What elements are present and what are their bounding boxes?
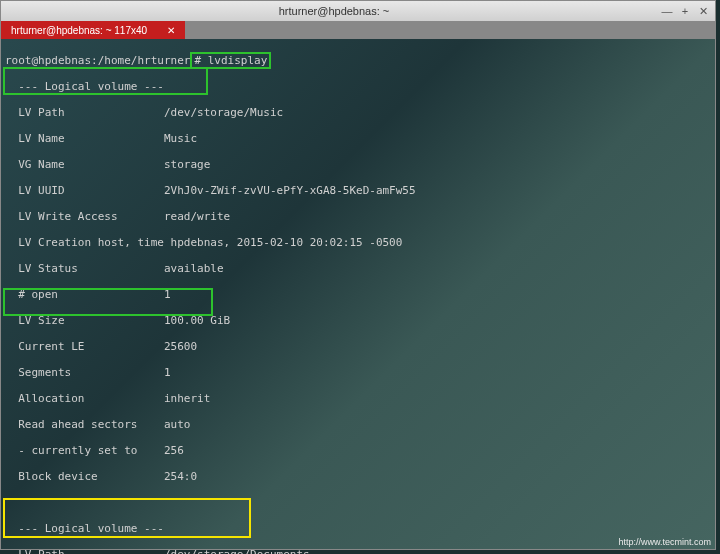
lv-ch-value: hpdebnas, 2015-02-10 20:02:15 -0500: [171, 236, 403, 249]
lv-uuid-value: 2VhJ0v-ZWif-zvVU-ePfY-xGA8-5KeD-amFw55: [164, 184, 416, 197]
lv-bd-value: 254:0: [164, 470, 197, 483]
minimize-button[interactable]: —: [661, 5, 673, 17]
lv-path-value: /dev/storage/Documents: [164, 548, 310, 554]
lv-status-value: available: [164, 262, 224, 275]
close-button[interactable]: ✕: [697, 5, 709, 17]
lv-ra-value: auto: [164, 418, 191, 431]
lv-cs-value: 256: [164, 444, 184, 457]
lv-header: --- Logical volume ---: [5, 522, 711, 535]
lv-open-label: # open: [5, 288, 164, 301]
lv-open-value: 1: [164, 288, 171, 301]
tab-bar: hrturner@hpdebnas: ~ 117x40 ✕: [1, 21, 715, 39]
terminal-window: hrturner@hpdebnas: ~ — + ✕ hrturner@hpde…: [0, 0, 716, 550]
lv-path-label: LV Path: [5, 106, 164, 119]
lv-ra-label: Read ahead sectors: [5, 418, 164, 431]
lv-bd-label: Block device: [5, 470, 164, 483]
vg-name-label: VG Name: [5, 158, 164, 171]
tab-label: hrturner@hpdebnas: ~ 117x40: [11, 25, 147, 36]
lv-wa-value: read/write: [164, 210, 230, 223]
lv-le-value: 25600: [164, 340, 197, 353]
vg-name-value: storage: [164, 158, 210, 171]
lv-wa-label: LV Write Access: [5, 210, 164, 223]
terminal-tab[interactable]: hrturner@hpdebnas: ~ 117x40 ✕: [1, 21, 185, 39]
window-titlebar: hrturner@hpdebnas: ~ — + ✕: [1, 1, 715, 21]
lv-name-value: Music: [164, 132, 197, 145]
terminal-content[interactable]: root@hpdebnas:/home/hrturner# lvdisplay …: [1, 39, 715, 554]
lv-size-value: 100.00 GiB: [164, 314, 230, 327]
lv-cs-label: - currently set to: [5, 444, 164, 457]
lv-path-label: LV Path: [5, 548, 164, 554]
lv-status-label: LV Status: [5, 262, 164, 275]
lv-alloc-value: inherit: [164, 392, 210, 405]
lv-name-label: LV Name: [5, 132, 164, 145]
lv-ch-label: LV Creation host, time: [5, 236, 171, 249]
tab-close-icon[interactable]: ✕: [167, 25, 175, 36]
window-title: hrturner@hpdebnas: ~: [7, 5, 661, 17]
lv-le-label: Current LE: [5, 340, 164, 353]
lv-seg-label: Segments: [5, 366, 164, 379]
watermark-text: http://www.tecmint.com: [618, 537, 711, 547]
prompt-userhost: root@hpdebnas:/home/hrturner: [5, 54, 190, 67]
lv-uuid-label: LV UUID: [5, 184, 164, 197]
cmd-lvdisplay: lvdisplay: [201, 54, 267, 67]
lv-path-value: /dev/storage/Music: [164, 106, 283, 119]
lv-alloc-label: Allocation: [5, 392, 164, 405]
lv-header: --- Logical volume ---: [5, 80, 711, 93]
maximize-button[interactable]: +: [679, 5, 691, 17]
lv-seg-value: 1: [164, 366, 171, 379]
lv-size-label: LV Size: [5, 314, 164, 327]
